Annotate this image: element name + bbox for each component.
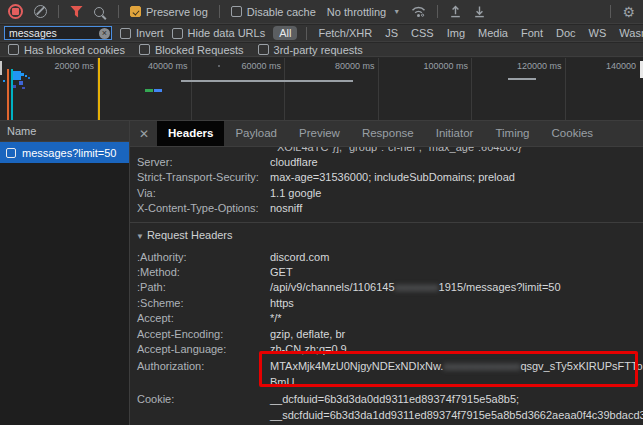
header-name: :Authority: (130, 250, 270, 265)
search-icon[interactable] (94, 7, 104, 17)
record-icon[interactable] (8, 4, 23, 19)
disable-cache-toggle[interactable]: Disable cache (231, 6, 316, 18)
header-value-line: https (270, 296, 643, 311)
tab-response[interactable]: Response (351, 121, 425, 146)
header-value: */* (270, 311, 643, 326)
tab-timing[interactable]: Timing (484, 121, 540, 146)
timeline-label: 40000 ms (148, 61, 188, 71)
timeline-gridline (284, 58, 285, 120)
filter-type-img[interactable]: Img (445, 26, 467, 40)
blocked-requests-checkbox[interactable] (139, 44, 150, 55)
3rd-party-requests-label: 3rd-party requests (274, 44, 363, 56)
header-name: Accept-Encoding: (130, 327, 270, 342)
request-headers-section-header[interactable]: ▼Request Headers (130, 223, 643, 246)
header-row: Accept:*/* (130, 311, 643, 326)
timeline-activity-block (13, 71, 21, 80)
hide-data-urls-checkbox[interactable] (172, 28, 183, 39)
request-row-checkbox[interactable] (6, 148, 16, 158)
header-row: :Method:GET (130, 265, 643, 280)
header-value-line: GET (270, 265, 643, 280)
gear-icon[interactable]: ⚙ (622, 5, 635, 19)
tab-preview[interactable]: Preview (288, 121, 351, 146)
disable-cache-checkbox[interactable] (231, 6, 242, 17)
filter-type-js[interactable]: JS (383, 26, 400, 40)
filter-input[interactable] (4, 26, 112, 40)
3rd-party-requests-checkbox[interactable] (258, 44, 269, 55)
redacted-text: xxxxxxxxxxxxxx (443, 360, 520, 372)
close-icon[interactable]: ✕ (130, 127, 157, 141)
filter-type-css[interactable]: CSS (409, 26, 436, 40)
header-value-line: nosniff (270, 201, 643, 216)
value-text: 1.1 google (270, 187, 321, 199)
value-text: https (270, 297, 294, 309)
clear-icon[interactable] (34, 5, 47, 18)
value-text: BmU (270, 376, 294, 388)
tab-payload[interactable]: Payload (224, 121, 288, 146)
filter-type-doc[interactable]: Doc (554, 26, 578, 40)
header-row: Strict-Transport-Security:max-age=315360… (130, 170, 643, 185)
divider (437, 5, 438, 18)
value-text: cloudflare (270, 156, 318, 168)
tab-initiator[interactable]: Initiator (425, 121, 485, 146)
request-headers-title: Request Headers (147, 229, 233, 241)
detail-tabs: HeadersPayloadPreviewResponseInitiatorTi… (157, 121, 604, 146)
timeline-event-line (7, 69, 9, 120)
header-value: __dcfduid=6b3d3da0dd9311ed89374f7915e5a8… (270, 392, 643, 423)
value-text: 1915/messages?limit=50 (439, 281, 561, 293)
clipped-header-text: XOiL4aTC"}], "group":"cf-nel", "max_age"… (270, 147, 521, 155)
clear-filter-icon[interactable]: × (99, 28, 110, 39)
header-name: :Path: (130, 280, 270, 295)
preserve-log-checkbox[interactable] (130, 6, 141, 17)
has-blocked-cookies-checkbox[interactable] (8, 44, 19, 55)
filter-type-wasm[interactable]: Wasm (617, 26, 643, 40)
export-har-icon[interactable] (473, 5, 486, 18)
tab-headers[interactable]: Headers (157, 121, 224, 146)
filter-type-all[interactable]: All (273, 26, 297, 40)
filter-icon[interactable] (70, 6, 83, 18)
blocked-requests-toggle[interactable]: Blocked Requests (139, 44, 244, 56)
header-row: :Scheme:https (130, 296, 643, 311)
filter-type-media[interactable]: Media (476, 26, 510, 40)
devtools-network-panel: Preserve log Disable cache No throttling… (0, 0, 643, 425)
header-value: /api/v9/channels/1106145xxxxxxxx1915/mes… (270, 280, 643, 295)
tab-cookies[interactable]: Cookies (541, 121, 605, 146)
header-name: :Scheme: (130, 296, 270, 311)
filter-type-fetch-xhr[interactable]: Fetch/XHR (316, 26, 374, 40)
header-row: :Path:/api/v9/channels/1106145xxxxxxxx19… (130, 280, 643, 295)
header-row: Authorization:MTAxMjk4MzU0NjgyNDExNDIxNw… (130, 359, 643, 390)
value-text: __dcfduid=6b3d3da0dd9311ed89374f7915e5a8… (270, 393, 519, 405)
invert-toggle[interactable]: Invert (120, 27, 164, 39)
disable-cache-label: Disable cache (247, 6, 316, 18)
network-toolbar: Preserve log Disable cache No throttling… (0, 0, 643, 24)
hide-data-urls-toggle[interactable]: Hide data URLs (172, 27, 266, 39)
divider (610, 5, 611, 18)
invert-checkbox[interactable] (120, 28, 131, 39)
divider (306, 27, 307, 40)
request-row[interactable]: messages?limit=50 (0, 142, 129, 163)
header-value: MTAxMjk4MzU0NjgyNDExNDIxNw.xxxxxxxxxxxxx… (270, 359, 643, 390)
filter-type-font[interactable]: Font (519, 26, 545, 40)
divider (58, 5, 59, 18)
throttling-dropdown[interactable]: No throttling ▼ (327, 6, 400, 18)
name-column-header[interactable]: Name (0, 121, 129, 142)
import-har-icon[interactable] (449, 5, 462, 18)
timeline-gridline (378, 58, 379, 120)
timeline-gridline (471, 58, 472, 120)
filter-type-ws[interactable]: WS (587, 26, 609, 40)
network-overview-strip[interactable]: 20000 ms40000 ms60000 ms80000 ms100000 m… (0, 58, 643, 121)
request-rows: messages?limit=50 (0, 142, 129, 163)
value-text: nosniff (270, 202, 302, 214)
3rd-party-requests-toggle[interactable]: 3rd-party requests (258, 44, 363, 56)
timeline-label: 100000 ms (423, 61, 468, 71)
has-blocked-cookies-toggle[interactable]: Has blocked cookies (8, 44, 125, 56)
header-row: Accept-Encoding:gzip, deflate, br (130, 327, 643, 342)
preserve-log-toggle[interactable]: Preserve log (130, 6, 208, 18)
header-value-line: */* (270, 311, 643, 326)
header-name: :Method: (130, 265, 270, 280)
timeline-event-line (98, 58, 100, 120)
timeline-activity-block (13, 85, 16, 88)
header-value: GET (270, 265, 643, 280)
network-conditions-icon[interactable] (411, 5, 426, 18)
header-name: Accept: (130, 311, 270, 326)
value-text: GET (270, 266, 293, 278)
